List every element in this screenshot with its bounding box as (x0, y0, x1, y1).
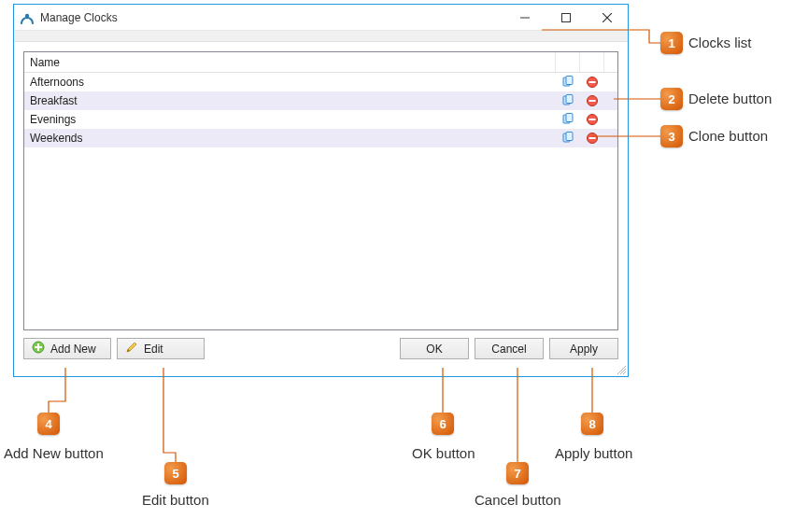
delete-icon (586, 113, 599, 126)
add-new-button[interactable]: Add New (23, 338, 111, 359)
callout-badge-8: 8 (581, 413, 603, 435)
cancel-button[interactable]: Cancel (475, 338, 544, 359)
manage-clocks-window: Manage Clocks Name Afternoons (13, 4, 629, 377)
svg-rect-16 (589, 119, 596, 120)
delete-icon (586, 132, 599, 145)
edit-label: Edit (144, 343, 163, 356)
pencil-icon (125, 341, 138, 357)
delete-button[interactable] (580, 132, 604, 145)
svg-rect-12 (589, 100, 596, 102)
svg-rect-18 (566, 133, 573, 141)
delete-icon (586, 76, 599, 89)
svg-rect-6 (566, 77, 573, 85)
clone-button[interactable] (556, 94, 580, 107)
column-header-name[interactable]: Name (24, 52, 556, 72)
svg-rect-14 (566, 114, 573, 122)
callout-label-8: Apply button (555, 445, 632, 461)
callout-label-1: Clocks list (688, 35, 752, 50)
clone-icon (561, 94, 574, 107)
window-title: Manage Clocks (40, 11, 504, 24)
add-new-label: Add New (50, 343, 96, 356)
list-item[interactable]: Breakfast (24, 91, 617, 110)
list-item[interactable]: Afternoons (24, 73, 617, 91)
delete-icon (586, 94, 599, 107)
column-header-clone (556, 52, 580, 72)
callout-label-4: Add New button (4, 445, 104, 461)
ok-button[interactable]: OK (400, 338, 469, 359)
plus-icon (32, 341, 45, 357)
svg-rect-8 (589, 81, 596, 83)
list-item[interactable]: Weekends (24, 129, 617, 147)
callout-label-6: OK button (412, 445, 475, 461)
callout-label-7: Cancel button (475, 492, 561, 508)
list-header: Name (24, 52, 617, 73)
ok-label: OK (426, 343, 442, 356)
resize-grip[interactable] (615, 363, 626, 374)
callout-badge-4: 4 (37, 413, 60, 435)
maximize-button[interactable] (546, 5, 587, 31)
svg-rect-23 (35, 346, 42, 348)
edit-button[interactable]: Edit (117, 338, 205, 359)
list-body: Afternoons Breakfast (24, 73, 617, 329)
clocks-list[interactable]: Name Afternoons (23, 51, 618, 330)
callout-badge-6: 6 (432, 413, 454, 435)
svg-rect-2 (562, 13, 571, 21)
callout-label-3: Clone button (688, 128, 768, 144)
callout-badge-3: 3 (660, 125, 683, 147)
clock-name: Breakfast (24, 94, 556, 107)
button-bar: Add New Edit OK Cancel Apply (14, 330, 628, 369)
svg-point-0 (25, 13, 29, 17)
column-header-delete (580, 52, 604, 72)
clock-name: Weekends (24, 132, 556, 145)
callout-label-2: Delete button (688, 91, 772, 106)
delete-button[interactable] (580, 94, 604, 107)
svg-rect-10 (566, 95, 573, 104)
top-strip (14, 31, 628, 42)
clone-icon (561, 132, 574, 145)
clone-button[interactable] (556, 113, 580, 126)
clone-button[interactable] (556, 76, 580, 89)
titlebar: Manage Clocks (14, 5, 628, 31)
delete-button[interactable] (580, 76, 604, 89)
clock-name: Evenings (24, 113, 556, 126)
app-icon (20, 10, 35, 25)
clock-name: Afternoons (24, 76, 556, 89)
cancel-label: Cancel (491, 343, 526, 356)
apply-label: Apply (570, 343, 598, 356)
callout-badge-7: 7 (506, 462, 529, 484)
delete-button[interactable] (580, 113, 604, 126)
callout-badge-5: 5 (164, 462, 187, 484)
svg-rect-20 (589, 137, 596, 139)
window-controls (504, 5, 628, 31)
callout-label-5: Edit button (142, 492, 209, 508)
minimize-button[interactable] (504, 5, 546, 31)
content-area: Name Afternoons (14, 42, 628, 330)
callout-badge-1: 1 (660, 32, 683, 54)
clone-icon (561, 113, 574, 126)
clone-icon (561, 76, 574, 89)
apply-button[interactable]: Apply (549, 338, 618, 359)
close-button[interactable] (587, 5, 628, 31)
clone-button[interactable] (556, 132, 580, 145)
list-item[interactable]: Evenings (24, 110, 617, 129)
callout-badge-2: 2 (660, 88, 683, 110)
